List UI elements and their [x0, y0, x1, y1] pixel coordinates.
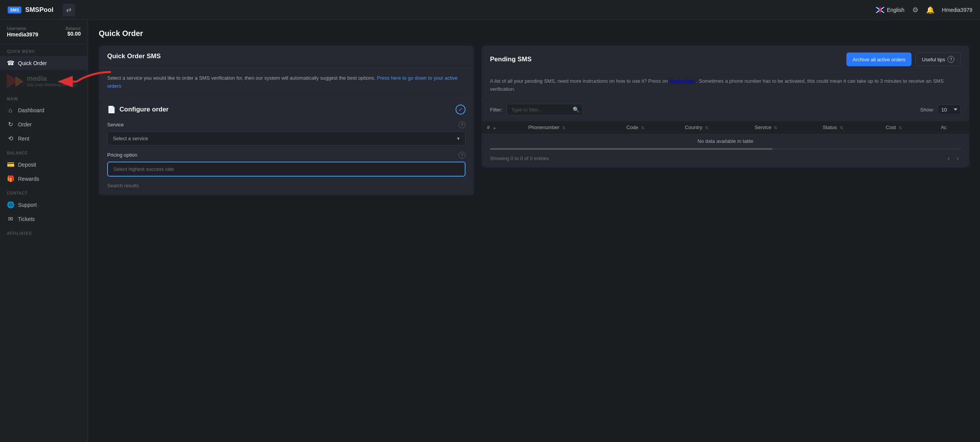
support-icon: 🌐	[7, 201, 14, 208]
section-affiliates: AFFILIATES	[0, 226, 88, 238]
brand-area: SMS SMSPool ⇄	[8, 4, 75, 16]
quick-order-card-header: Quick Order SMS	[99, 46, 474, 67]
pricing-help-icon[interactable]: ?	[459, 152, 466, 159]
sidebar-item-tickets[interactable]: ✉ Tickets	[0, 212, 88, 226]
sidebar-username: Hmedia3979	[7, 31, 38, 38]
language-label: English	[887, 7, 905, 13]
sidebar-item-rewards[interactable]: 🎁 Rewards	[0, 172, 88, 186]
settings-button[interactable]: ⚙	[912, 6, 918, 14]
sidebar-item-deposit[interactable]: 💳 Deposit	[0, 157, 88, 172]
sidebar-dashboard-label: Dashboard	[18, 107, 44, 113]
sms-logo-badge: SMS	[8, 7, 21, 13]
filter-input-wrap: 🔍	[506, 104, 583, 116]
order-icon: ↻	[7, 121, 14, 128]
filter-left: Filter: 🔍	[490, 104, 583, 116]
filter-label: Filter:	[490, 107, 503, 113]
sidebar-user-info: Username Hmedia3979 Balance $0.00	[0, 20, 88, 44]
col-service[interactable]: Service ⇅	[749, 121, 817, 134]
col-phonenumber[interactable]: Phonenumber ⇅	[523, 121, 621, 134]
intro-text: Select a service you would like to order…	[107, 74, 466, 90]
section-quick-menu: QUICK MENU	[0, 44, 88, 56]
pricing-field-row: Pricing option ?	[107, 152, 466, 177]
uk-flag-icon	[876, 7, 884, 13]
prev-page-button[interactable]: ‹	[945, 154, 952, 163]
filter-row: Filter: 🔍 Show: 10 25 50 100	[482, 99, 969, 121]
sidebar-watermark: media Giải pháp Marketing đa kênh	[0, 70, 88, 92]
app-body: Username Hmedia3979 Balance $0.00 QUICK …	[0, 20, 980, 442]
deposit-icon: 💳	[7, 161, 14, 168]
pagination-controls: ‹ ›	[945, 154, 961, 163]
section-main: MAIN	[0, 92, 88, 103]
col-code[interactable]: Code ⇅	[621, 121, 679, 134]
top-nav: SMS SMSPool ⇄ English ⚙ 🔔 Hmedia3979	[0, 0, 980, 20]
section-contact: CONTACT	[0, 186, 88, 198]
tickets-icon: ✉	[7, 215, 14, 223]
topnav-username: Hmedia3979	[942, 7, 972, 13]
next-page-button[interactable]: ›	[954, 154, 961, 163]
sidebar-item-order[interactable]: ↻ Order	[0, 117, 88, 131]
archive-all-button[interactable]: Archive all active orders	[846, 52, 911, 66]
sidebar-quick-order-label: Quick Order	[18, 60, 47, 66]
pending-actions: Archive all active orders Useful tips ?	[846, 52, 961, 66]
col-cost[interactable]: Cost ⇅	[880, 121, 936, 134]
sidebar-deposit-label: Deposit	[18, 162, 36, 168]
service-select-dropdown[interactable]: Select a service ▾	[107, 131, 466, 146]
sidebar-toggle-button[interactable]: ⇄	[63, 4, 75, 16]
service-label: Service	[107, 122, 124, 128]
service-field-row: Service ? Select a service ▾	[107, 121, 466, 146]
two-column-layout: Quick Order SMS Select a service you wou…	[99, 46, 969, 195]
no-data-cell: No data available in table	[482, 134, 969, 148]
col-country[interactable]: Country ⇅	[679, 121, 749, 134]
filter-input[interactable]	[506, 104, 583, 116]
tips-question-icon: ?	[947, 56, 954, 63]
service-dropdown-chevron-icon: ▾	[457, 136, 460, 141]
configure-header: 📄 Configure order ✓	[107, 105, 466, 115]
sidebar-item-quick-order[interactable]: ☎ Quick Order	[0, 56, 88, 70]
showing-entries-text: Showing 0 to 0 of 0 entries	[490, 156, 549, 161]
sidebar: Username Hmedia3979 Balance $0.00 QUICK …	[0, 20, 88, 442]
quick-order-card: Quick Order SMS Select a service you wou…	[99, 46, 474, 195]
language-selector[interactable]: English	[876, 7, 905, 13]
show-count-select[interactable]: 10 25 50 100	[937, 105, 961, 115]
table-container: # ▲ Phonenumber ⇅ Code ⇅ Country ⇅ Servi…	[482, 121, 969, 148]
configure-section: 📄 Configure order ✓ Service ? Select a s…	[99, 97, 474, 195]
quick-order-card-body: Select a service you would like to order…	[99, 67, 474, 97]
sidebar-tickets-label: Tickets	[18, 216, 35, 222]
filter-search-icon: 🔍	[573, 106, 579, 113]
pending-sms-table: # ▲ Phonenumber ⇅ Code ⇅ Country ⇅ Servi…	[482, 121, 969, 148]
service-help-icon[interactable]: ?	[459, 121, 466, 128]
brand-name: SMSPool	[25, 6, 54, 14]
service-select-placeholder: Select a service	[113, 136, 148, 141]
sidebar-order-label: Order	[18, 121, 32, 128]
quick-order-card-title: Quick Order SMS	[107, 52, 466, 60]
notifications-button[interactable]: 🔔	[926, 6, 934, 14]
col-hash[interactable]: # ▲	[482, 121, 523, 134]
dashboard-icon: ⌂	[7, 107, 14, 114]
pending-useful-tips-link[interactable]: Useful tips	[669, 78, 694, 84]
pending-description: A list of all your pending SMS, need mor…	[482, 72, 969, 99]
pending-title: Pending SMS	[490, 56, 532, 63]
balance-label: Balance	[65, 26, 81, 31]
pricing-label: Pricing option	[107, 152, 137, 158]
col-ac: Ac	[936, 121, 969, 134]
useful-tips-button[interactable]: Useful tips ?	[915, 52, 961, 66]
sidebar-rent-label: Rent	[18, 136, 29, 142]
configure-check-icon: ✓	[456, 105, 466, 115]
rent-icon: ⟲	[7, 135, 14, 142]
configure-title: 📄 Configure order	[107, 105, 168, 114]
pending-card-header: Pending SMS Archive all active orders Us…	[482, 46, 969, 72]
topnav-right: English ⚙ 🔔 Hmedia3979	[876, 6, 972, 14]
sidebar-item-dashboard[interactable]: ⌂ Dashboard	[0, 103, 88, 117]
main-content: Quick Order Quick Order SMS Select a ser…	[88, 20, 980, 442]
section-balance: BALANCE	[0, 146, 88, 157]
sidebar-item-rent[interactable]: ⟲ Rent	[0, 131, 88, 146]
table-footer: Showing 0 to 0 of 0 entries ‹ ›	[482, 150, 969, 167]
username-label: Username	[7, 26, 38, 31]
col-status[interactable]: Status ⇅	[817, 121, 880, 134]
pricing-label-row: Pricing option ?	[107, 152, 466, 159]
rewards-icon: 🎁	[7, 175, 14, 182]
sidebar-item-support[interactable]: 🌐 Support	[0, 198, 88, 212]
page-title: Quick Order	[99, 29, 969, 38]
pricing-input[interactable]	[107, 162, 466, 177]
quick-order-icon: ☎	[7, 59, 14, 67]
